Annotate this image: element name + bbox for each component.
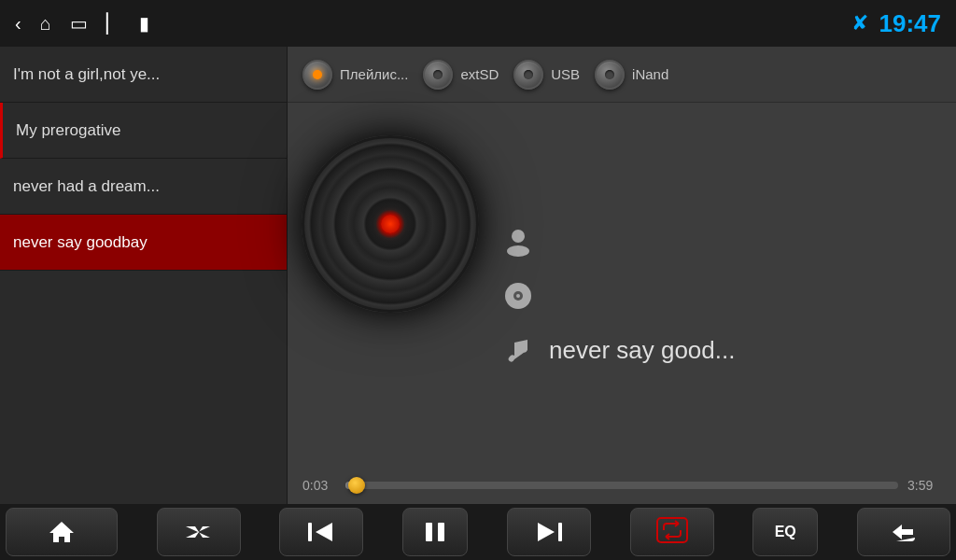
shield-nav-icon[interactable]: ▏ [106, 12, 120, 35]
shuffle-button[interactable] [157, 508, 241, 556]
svg-rect-5 [308, 523, 312, 541]
eq-button[interactable]: EQ [752, 508, 818, 556]
svg-rect-9 [558, 523, 562, 541]
source-tab-label-usb: USB [551, 66, 580, 82]
source-tab-dot-usb [524, 70, 533, 79]
window-nav-icon[interactable]: ▭ [70, 12, 88, 35]
album-row [499, 276, 947, 315]
svg-point-1 [507, 245, 529, 257]
bluetooth-icon: ✘ [851, 11, 868, 35]
artist-row [499, 222, 947, 261]
pause-button[interactable] [402, 508, 468, 556]
player-body: never say good... [288, 103, 956, 470]
eq-label: EQ [775, 524, 796, 540]
player-panel: Плейлис... extSD USB iNand [288, 47, 956, 504]
progress-thumb[interactable] [348, 477, 365, 494]
music-icon [499, 330, 538, 370]
track-name: never say good... [549, 336, 735, 365]
source-tab-playlist[interactable]: Плейлис... [302, 60, 408, 90]
repeat-button[interactable] [630, 508, 714, 556]
source-tab-label-inand: iNand [632, 66, 668, 82]
source-tab-dot-extsd [433, 70, 443, 79]
playlist-item-0[interactable]: I'm not a girl,not ye... [0, 47, 287, 103]
source-tabs: Плейлис... extSD USB iNand [288, 47, 956, 103]
svg-marker-6 [316, 523, 332, 541]
svg-point-0 [512, 230, 525, 243]
svg-point-4 [516, 294, 520, 298]
playlist-panel: I'm not a girl,not ye... My prerogative … [0, 47, 288, 504]
source-tab-btn-playlist[interactable] [302, 60, 332, 90]
playlist-item-3[interactable]: never say goodbay [0, 215, 287, 271]
svg-rect-11 [657, 518, 687, 542]
svg-rect-7 [426, 523, 432, 541]
source-tab-label-extsd: extSD [460, 66, 499, 82]
status-right: ✘ 19:47 [851, 9, 942, 38]
back-button[interactable] [857, 508, 950, 556]
current-time: 0:03 [302, 478, 336, 493]
home-nav-icon[interactable]: ⌂ [40, 13, 51, 35]
progress-track[interactable] [345, 482, 898, 489]
main-content: I'm not a girl,not ye... My prerogative … [0, 47, 956, 504]
album-icon [499, 276, 538, 315]
back-nav-icon[interactable]: ‹ [15, 13, 21, 35]
prev-button[interactable] [279, 508, 363, 556]
playlist-item-2[interactable]: never had a dream... [0, 159, 287, 215]
track-row: never say good... [499, 330, 947, 370]
source-tab-inand[interactable]: iNand [595, 60, 668, 90]
source-tab-label-playlist: Плейлис... [340, 66, 408, 82]
next-button[interactable] [507, 508, 591, 556]
vinyl-record [302, 135, 479, 313]
nav-controls: ‹ ⌂ ▭ ▏ ▮ [15, 12, 833, 35]
source-tab-btn-inand[interactable] [595, 60, 625, 90]
source-tab-extsd[interactable]: extSD [423, 60, 499, 90]
source-tab-btn-usb[interactable] [513, 60, 543, 90]
source-tab-usb[interactable]: USB [513, 60, 580, 90]
source-tab-dot-playlist [313, 70, 322, 79]
playlist-item-1[interactable]: My prerogative [0, 103, 287, 159]
home-button[interactable] [6, 508, 118, 556]
status-bar: ‹ ⌂ ▭ ▏ ▮ ✘ 19:47 [0, 0, 956, 47]
total-time: 3:59 [907, 478, 941, 493]
artist-icon [499, 222, 538, 261]
source-tab-btn-extsd[interactable] [423, 60, 453, 90]
repeat-icon [656, 517, 688, 548]
vinyl-container [297, 131, 484, 317]
progress-bar-container: 0:03 3:59 [302, 478, 941, 493]
controls-bar: EQ [0, 504, 956, 560]
source-tab-dot-inand [605, 70, 614, 79]
time-display: 19:47 [879, 9, 942, 38]
track-info: never say good... [499, 112, 947, 461]
progress-area: 0:03 3:59 [288, 470, 956, 504]
svg-marker-10 [538, 523, 555, 541]
svg-rect-8 [438, 523, 444, 541]
image-nav-icon[interactable]: ▮ [139, 12, 149, 35]
